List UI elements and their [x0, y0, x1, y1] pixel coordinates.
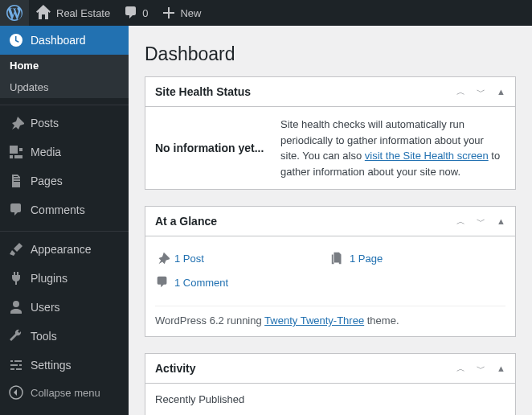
collapse-menu[interactable]: Collapse menu: [0, 378, 129, 407]
plug-icon: [8, 270, 24, 286]
menu-posts[interactable]: Posts: [0, 109, 129, 138]
menu-pages[interactable]: Pages: [0, 166, 129, 195]
comment-icon: [123, 5, 139, 21]
wp-logo[interactable]: [0, 0, 29, 26]
site-name: Real Estate: [56, 7, 110, 19]
widget-title: At a Glance: [155, 215, 456, 228]
move-up-icon[interactable]: ︿: [456, 363, 465, 375]
comment-count: 0: [142, 7, 148, 19]
widget-header[interactable]: Activity ︿ ﹀ ▲: [145, 354, 515, 384]
media-icon: [8, 144, 24, 160]
pages-icon: [330, 251, 345, 265]
move-down-icon[interactable]: ﹀: [477, 216, 485, 228]
health-status-label: No information yet...: [155, 117, 268, 179]
widget-title: Activity: [155, 362, 456, 375]
pages-icon: [8, 173, 24, 189]
user-icon: [8, 299, 24, 315]
pin-icon: [155, 251, 170, 265]
glance-pages: 1 Page: [330, 246, 505, 270]
sliders-icon: [8, 357, 24, 373]
pin-icon: [8, 115, 24, 131]
site-health-widget: Site Health Status ︿ ﹀ ▲ No information …: [145, 76, 516, 190]
submenu-updates[interactable]: Updates: [0, 76, 129, 98]
glance-posts: 1 Post: [155, 246, 330, 270]
collapse-icon: [8, 384, 24, 401]
move-up-icon[interactable]: ︿: [456, 86, 465, 98]
brush-icon: [8, 241, 24, 257]
home-icon: [35, 5, 51, 21]
move-down-icon[interactable]: ﹀: [477, 363, 485, 375]
toggle-icon[interactable]: ▲: [497, 216, 505, 226]
toggle-icon[interactable]: ▲: [497, 87, 505, 97]
menu-plugins[interactable]: Plugins: [0, 264, 129, 293]
comment-icon: [155, 275, 170, 290]
menu-comments[interactable]: Comments: [0, 195, 129, 224]
widget-header[interactable]: At a Glance ︿ ﹀ ▲: [145, 207, 515, 236]
menu-users[interactable]: Users: [0, 293, 129, 322]
dashboard-submenu: Home Updates: [0, 55, 129, 98]
submenu-home[interactable]: Home: [0, 55, 129, 76]
page-title: Dashboard: [145, 32, 516, 76]
site-health-link[interactable]: visit the Site Health screen: [365, 150, 489, 162]
comments-link[interactable]: 0: [117, 0, 154, 26]
wrench-icon: [8, 328, 24, 344]
admin-sidebar: Dashboard Home Updates Posts Media Pages…: [0, 26, 129, 415]
health-description: Site health checks will automatically ru…: [280, 117, 505, 179]
site-link[interactable]: Real Estate: [29, 0, 117, 26]
version-info: WordPress 6.2 running Twenty Twenty-Thre…: [155, 306, 505, 327]
comment-icon: [8, 202, 24, 218]
glance-comments: 1 Comment: [155, 270, 330, 294]
menu-dashboard[interactable]: Dashboard: [0, 26, 129, 55]
theme-link[interactable]: Twenty Twenty-Three: [264, 314, 364, 327]
at-a-glance-widget: At a Glance ︿ ﹀ ▲ 1 Post 1 Page 1 Commen…: [145, 206, 516, 337]
menu-settings[interactable]: Settings: [0, 351, 129, 380]
menu-media[interactable]: Media: [0, 138, 129, 166]
menu-tools[interactable]: Tools: [0, 322, 129, 351]
move-down-icon[interactable]: ﹀: [477, 86, 485, 98]
new-label: New: [180, 7, 201, 19]
move-up-icon[interactable]: ︿: [456, 216, 465, 228]
toggle-icon[interactable]: ▲: [497, 364, 505, 373]
activity-body: Recently Published: [145, 384, 515, 415]
dashboard-icon: [8, 32, 24, 48]
admin-toolbar: Real Estate 0 New: [0, 0, 532, 26]
main-content: Dashboard Site Health Status ︿ ﹀ ▲ No in…: [129, 26, 532, 415]
plus-icon: [161, 5, 177, 21]
new-content[interactable]: New: [154, 0, 207, 26]
widget-title: Site Health Status: [155, 85, 456, 98]
widget-header[interactable]: Site Health Status ︿ ﹀ ▲: [145, 77, 515, 107]
activity-widget: Activity ︿ ﹀ ▲ Recently Published: [145, 353, 516, 415]
menu-appearance[interactable]: Appearance: [0, 235, 129, 264]
